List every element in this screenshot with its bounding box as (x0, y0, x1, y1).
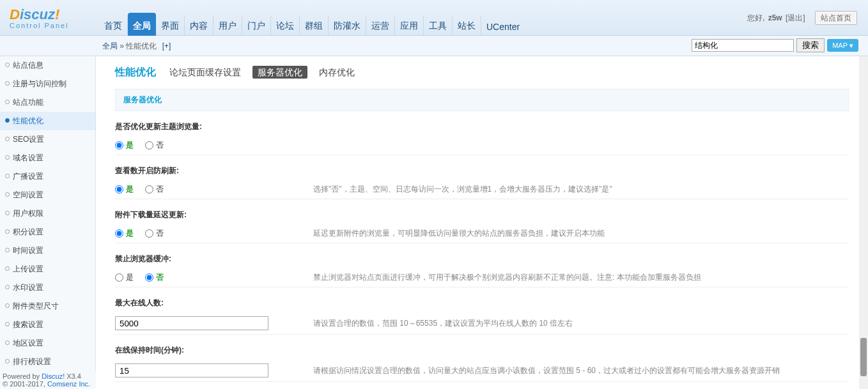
sidebar-item[interactable]: 上传设置 (0, 260, 95, 278)
field-anti-refresh: 查看数开启防刷新 是 否 选择"否"，主题、空间、日志每访问一次，浏览量增1，会… (115, 162, 849, 199)
sidebar-item[interactable]: 注册与访问控制 (0, 75, 95, 93)
sidebar-item[interactable]: 地区设置 (0, 334, 95, 353)
topnav-item[interactable]: 运营 (366, 15, 395, 37)
map-button[interactable]: MAP▾ (827, 39, 858, 52)
discuz-link[interactable]: Discuz! (42, 372, 65, 380)
topnav-item[interactable]: 群组 (300, 15, 329, 37)
breadcrumb: 全局 » 性能优化 [+] (102, 42, 171, 50)
online-hold-input[interactable] (115, 363, 268, 378)
topnav-item[interactable]: 应用 (395, 15, 424, 37)
sidebar-item[interactable]: 水印设置 (0, 278, 95, 297)
topnav-item[interactable]: 论坛 (271, 15, 300, 37)
sidebar-item[interactable]: 性能优化 (0, 112, 95, 130)
max-online-input[interactable] (115, 316, 268, 330)
logout-link[interactable]: [退出] (786, 13, 805, 22)
field-optimize-views: 是否优化更新主题浏览量 是 否 (115, 118, 849, 155)
breadcrumb-current: 性能优化 (126, 42, 157, 50)
radio-yes[interactable]: 是 (115, 140, 134, 151)
breadcrumb-expand[interactable]: [+] (162, 42, 171, 50)
user-area: 您好, z5w [退出] 站点首页 (746, 13, 858, 24)
sidebar-item[interactable]: 站点信息 (0, 56, 95, 75)
sidebar-item[interactable]: 排行榜设置 (0, 353, 95, 371)
topnav-item[interactable]: 站长 (453, 15, 481, 37)
sidebar-item[interactable]: 积分设置 (0, 223, 95, 241)
topnav-item[interactable]: 首页 (99, 15, 128, 37)
field-delay-download-count: 附件下载量延迟更新 是 否 延迟更新附件的浏览量，可明显降低访问量很大的站点的服… (115, 206, 849, 243)
topnav-item[interactable]: 内容 (185, 15, 213, 37)
topnav-item[interactable]: 工具 (424, 15, 453, 37)
field-max-online: 最大在线人数 请设置合理的数值，范围 10～65535，建议设置为平均在线人数的… (115, 294, 849, 335)
page-title: 性能优化 (115, 66, 156, 77)
field-online-hold-minutes: 在线保持时间(分钟) 请根据访问情况设置合理的数值，访问量大的站点应当调小该数值… (115, 341, 849, 382)
radio-yes[interactable]: 是 (115, 228, 134, 239)
radio-yes[interactable]: 是 (115, 184, 134, 195)
sidebar: 站点信息注册与访问控制站点功能性能优化SEO设置域名设置广播设置空间设置用户权限… (0, 56, 96, 389)
radio-yes[interactable]: 是 (115, 272, 134, 283)
sidebar-item[interactable]: 附件类型尺寸 (0, 297, 95, 316)
sidebar-item[interactable]: SEO设置 (0, 130, 95, 149)
breadcrumb-root[interactable]: 全局 (102, 42, 118, 50)
topnav-item[interactable]: 全局 (128, 13, 156, 37)
radio-no[interactable]: 否 (145, 228, 164, 239)
topnav-item[interactable]: 界面 (156, 15, 185, 37)
sidebar-item[interactable]: 域名设置 (0, 149, 95, 167)
search-button[interactable]: 搜索 (796, 38, 825, 52)
sub-tab[interactable]: 服务器优化 (252, 66, 307, 79)
radio-no[interactable]: 否 (145, 140, 164, 151)
radio-no[interactable]: 否 (145, 272, 164, 283)
sub-tabs: 性能优化 论坛页面缓存设置服务器优化内存优化 (115, 66, 849, 79)
sidebar-item[interactable]: 空间设置 (0, 186, 95, 204)
sidebar-item[interactable]: 广播设置 (0, 167, 95, 186)
comsenz-link[interactable]: Comsenz Inc. (47, 380, 90, 388)
chevron-down-icon: ▾ (849, 42, 853, 50)
sub-tab[interactable]: 内存优化 (319, 67, 355, 77)
username: z5w (768, 13, 782, 22)
field-disable-browser-cache: 禁止浏览器缓冲 是 否 禁止浏览器对站点页面进行缓冲，可用于解决极个别浏览器内容… (115, 250, 849, 287)
site-home-button[interactable]: 站点首页 (815, 11, 857, 25)
logo: Discuz! Control Panel (10, 6, 69, 29)
top-nav: 首页全局界面内容用户门户论坛群组防灌水运营应用工具站长UCenter (99, 13, 525, 37)
topnav-item[interactable]: UCenter (481, 17, 525, 37)
sidebar-item[interactable]: 搜索设置 (0, 316, 95, 334)
scrollbar-thumb[interactable] (860, 338, 867, 376)
topnav-item[interactable]: 防灌水 (329, 15, 366, 37)
sidebar-item[interactable]: 站点功能 (0, 93, 95, 112)
topnav-item[interactable]: 用户 (213, 15, 242, 37)
radio-no[interactable]: 否 (145, 184, 164, 195)
sidebar-item[interactable]: 用户权限 (0, 204, 95, 223)
sidebar-item[interactable]: 时间设置 (0, 241, 95, 260)
content-area: 性能优化 论坛页面缓存设置服务器优化内存优化 服务器优化 是否优化更新主题浏览量… (96, 56, 868, 389)
footer: Powered by Discuz! X3.4 © 2001-2017, Com… (0, 371, 96, 389)
topnav-item[interactable]: 门户 (242, 15, 271, 37)
sub-tab[interactable]: 论坛页面缓存设置 (169, 67, 241, 77)
section-header: 服务器优化 (115, 89, 849, 111)
scrollbar[interactable] (859, 56, 868, 389)
search-input[interactable] (692, 39, 794, 52)
